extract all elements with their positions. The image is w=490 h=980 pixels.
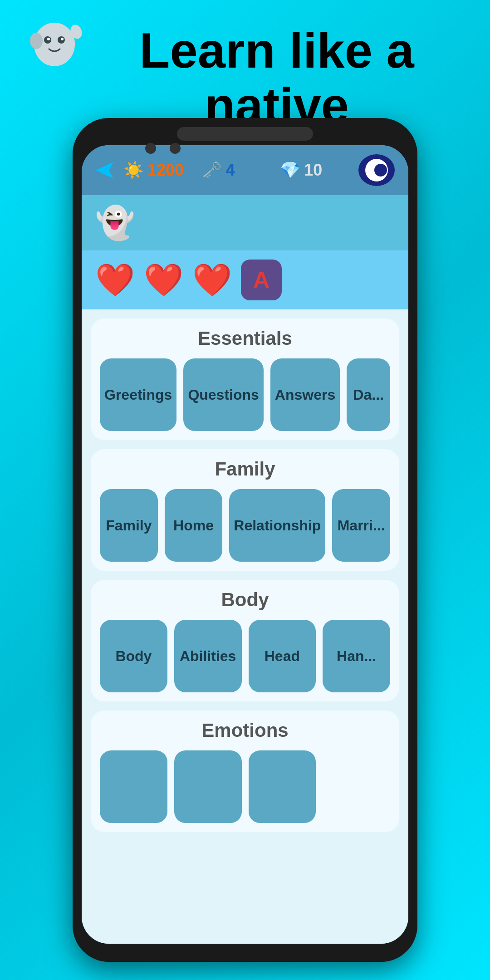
energy-value: 1200: [147, 161, 184, 180]
app-header: ➤ ☀️ 1200 🗝️ 4 💎 10: [82, 145, 408, 195]
eye-pupil: [374, 164, 387, 176]
essentials-title: Essentials: [100, 328, 390, 349]
gems-value: 10: [304, 161, 322, 180]
card-family[interactable]: Family: [100, 489, 158, 562]
card-home[interactable]: Home: [165, 489, 223, 562]
body-title: Body: [100, 589, 390, 611]
keys-value: 4: [226, 161, 235, 180]
family-section: Family Family Home Relationship Marri...: [91, 449, 399, 571]
family-grid: Family Home Relationship Marri...: [100, 489, 390, 562]
phone-screen: ➤ ☀️ 1200 🗝️ 4 💎 10 👻: [82, 145, 408, 944]
card-marriage[interactable]: Marri...: [332, 489, 390, 562]
card-greetings[interactable]: Greetings: [100, 358, 176, 431]
emotions-grid: [100, 750, 390, 823]
card-relationship[interactable]: Relationship: [229, 489, 325, 562]
svg-point-5: [61, 38, 64, 40]
eye-white: [365, 159, 388, 181]
camera-left: [145, 143, 156, 154]
family-title: Family: [100, 458, 390, 480]
emotions-section: Emotions: [91, 710, 399, 832]
svg-point-6: [30, 33, 43, 49]
emotions-title: Emotions: [100, 720, 390, 741]
energy-stat: ☀️ 1200: [123, 161, 193, 180]
keys-stat: 🗝️ 4: [202, 161, 271, 180]
essentials-grid: Greetings Questions Answers Da...: [100, 358, 390, 431]
mascot-top: [27, 18, 82, 73]
essentials-section: Essentials Greetings Questions Answers D…: [91, 318, 399, 440]
card-emotion-2[interactable]: [174, 750, 242, 823]
card-abilities[interactable]: Abilities: [174, 620, 242, 692]
card-body[interactable]: Body: [100, 620, 167, 692]
mascot-bar: 👻: [82, 195, 408, 250]
heart-3: ❤️: [192, 261, 232, 299]
card-days[interactable]: Da...: [347, 358, 390, 431]
key-icon: 🗝️: [202, 161, 222, 180]
lives-bar: ❤️ ❤️ ❤️ A: [82, 250, 408, 309]
heart-1: ❤️: [95, 261, 135, 299]
back-arrow-icon[interactable]: ➤: [95, 157, 114, 183]
phone-cameras: [145, 143, 181, 154]
cloud-mascot-icon: 👻: [95, 204, 135, 241]
avatar-eye[interactable]: [358, 154, 395, 186]
card-head[interactable]: Head: [249, 620, 316, 692]
gem-icon: 💎: [280, 161, 300, 180]
svg-point-4: [47, 38, 50, 40]
body-grid: Body Abilities Head Han...: [100, 620, 390, 692]
phone-frame: ➤ ☀️ 1200 🗝️ 4 💎 10 👻: [73, 118, 417, 962]
letter-badge[interactable]: A: [241, 260, 282, 300]
card-emotion-1[interactable]: [100, 750, 167, 823]
energy-icon: ☀️: [123, 161, 144, 180]
card-questions[interactable]: Questions: [183, 358, 263, 431]
phone-notch: [177, 127, 313, 141]
scroll-content[interactable]: Essentials Greetings Questions Answers D…: [82, 309, 408, 944]
body-section: Body Body Abilities Head Han...: [91, 580, 399, 701]
card-hands[interactable]: Han...: [323, 620, 390, 692]
gems-stat: 💎 10: [280, 161, 349, 180]
card-answers[interactable]: Answers: [270, 358, 340, 431]
page-title: Learn like a native: [91, 18, 463, 132]
letter-badge-text: A: [253, 267, 270, 293]
camera-right: [170, 143, 181, 154]
card-emotion-3[interactable]: [249, 750, 316, 823]
heart-2: ❤️: [144, 261, 183, 299]
